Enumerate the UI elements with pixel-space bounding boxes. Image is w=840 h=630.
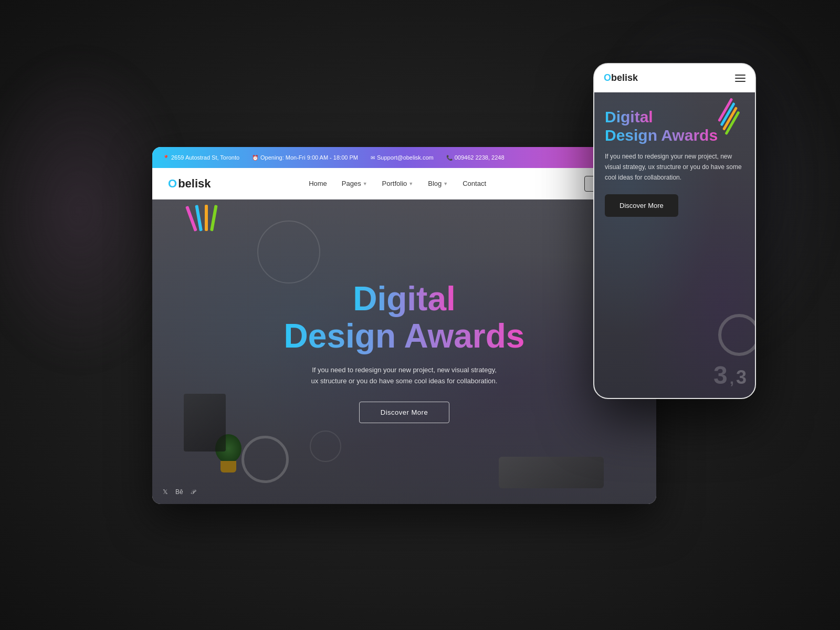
mobile-logo-o: O xyxy=(604,72,611,83)
mobile-hero-title: Digital Design Awards xyxy=(605,108,744,144)
hero-subtitle: If you need to redesign your new project… xyxy=(310,365,499,387)
main-container: 📍 2659 Autostrad St, Toronto ⏰ Opening: … xyxy=(0,0,840,630)
topbar-phone: 📞 009462 2238, 2248 xyxy=(446,154,505,161)
desktop-navbar: Obelisk Home Pages ▼ Portfolio ▼ Blog ▼ … xyxy=(152,168,656,200)
pinterest-social-icon[interactable]: 𝒫 xyxy=(191,488,195,496)
mobile-hero-subtitle: If you need to redesign your new project… xyxy=(605,152,744,183)
mobile-hero: Digital Design Awards If you need to red… xyxy=(594,92,755,398)
pages-chevron: ▼ xyxy=(363,181,368,186)
mobile-logo[interactable]: Obelisk xyxy=(604,72,638,83)
topbar-email: ✉ Support@obelisk.com xyxy=(371,154,434,161)
pencils-decoration xyxy=(194,205,236,236)
blog-chevron: ▼ xyxy=(443,181,448,186)
logo-o: O xyxy=(168,177,177,191)
mobile-mockup: Obelisk Digital Des xyxy=(593,63,756,399)
notepad-decoration xyxy=(184,394,226,452)
hamburger-line-1 xyxy=(735,75,746,76)
compass-decoration xyxy=(242,436,289,483)
deco-circle-1 xyxy=(257,220,320,284)
slide-current: 3 xyxy=(713,361,728,390)
hero-socials: 𝕏 Bē 𝒫 xyxy=(163,488,195,496)
email-icon: ✉ xyxy=(371,155,375,161)
topbar-address: 📍 2659 Autostrad St, Toronto xyxy=(163,154,239,161)
desktop-nav-links: Home Pages ▼ Portfolio ▼ Blog ▼ Contact xyxy=(309,180,486,187)
mobile-slide-numbers: 3 , 3 xyxy=(713,361,747,390)
topbar-info: 📍 2659 Autostrad St, Toronto ⏰ Opening: … xyxy=(163,154,505,161)
slide-separator: , xyxy=(730,370,734,387)
desktop-topbar: 📍 2659 Autostrad St, Toronto ⏰ Opening: … xyxy=(152,147,656,168)
hero-title: Digital Design Awards xyxy=(284,280,525,354)
logo-text: belisk xyxy=(178,177,211,191)
hero-discover-button[interactable]: Discover More xyxy=(359,402,449,423)
location-icon: 📍 xyxy=(163,155,169,161)
slide-total: 3 xyxy=(736,366,747,388)
nav-portfolio[interactable]: Portfolio ▼ xyxy=(382,180,414,187)
mobile-discover-button[interactable]: Discover More xyxy=(605,194,678,217)
hamburger-menu[interactable] xyxy=(735,75,746,82)
hero-title-line1: Digital xyxy=(353,280,456,318)
mobile-title-line2: Design Awards xyxy=(605,127,718,144)
hero-content: Digital Design Awards If you need to red… xyxy=(284,280,525,423)
twitter-social-icon[interactable]: 𝕏 xyxy=(163,488,168,496)
hamburger-line-2 xyxy=(735,78,746,79)
behance-social-icon[interactable]: Bē xyxy=(175,488,183,496)
nav-home[interactable]: Home xyxy=(309,180,327,187)
mobile-title-line1: Digital xyxy=(605,108,653,125)
nav-blog[interactable]: Blog ▼ xyxy=(428,180,448,187)
clock-icon: ⏰ xyxy=(252,155,258,161)
deco-circle-2 xyxy=(310,430,341,462)
nav-pages[interactable]: Pages ▼ xyxy=(342,180,368,187)
nav-contact[interactable]: Contact xyxy=(463,180,486,187)
hamburger-line-3 xyxy=(735,81,746,82)
phone-icon: 📞 xyxy=(446,155,453,161)
topbar-hours: ⏰ Opening: Mon-Fri 9:00 AM - 18:00 PM xyxy=(252,154,358,161)
desktop-logo[interactable]: Obelisk xyxy=(168,177,211,191)
mobile-navbar: Obelisk xyxy=(594,64,755,92)
mobile-hero-content: Digital Design Awards If you need to red… xyxy=(605,108,744,217)
mobile-wheel-decoration xyxy=(718,314,755,356)
keyboard-decoration xyxy=(499,457,604,488)
hero-title-line2: Design Awards xyxy=(284,317,525,355)
desktop-hero: Digital Design Awards If you need to red… xyxy=(152,200,656,504)
plant-pot xyxy=(220,461,236,472)
desktop-mockup: 📍 2659 Autostrad St, Toronto ⏰ Opening: … xyxy=(152,147,656,504)
portfolio-chevron: ▼ xyxy=(408,181,413,186)
mobile-logo-text: belisk xyxy=(611,72,638,83)
